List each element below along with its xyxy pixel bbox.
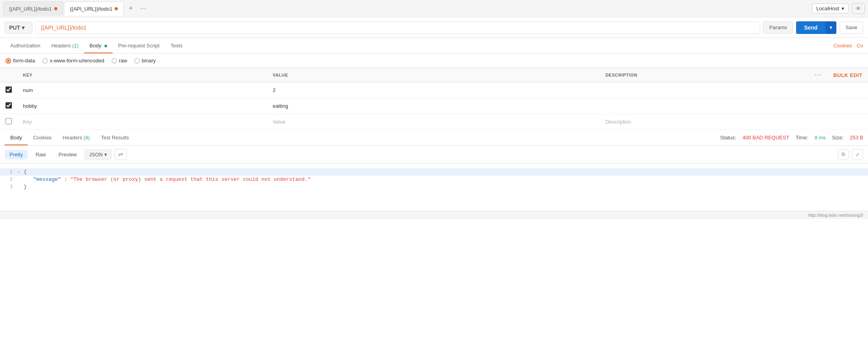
send-dropdown-button[interactable]: ▾ xyxy=(825,21,836,34)
table-row-empty: Key Value Description xyxy=(0,114,868,130)
code-brace-open: { xyxy=(24,169,27,175)
empty-checkbox[interactable] xyxy=(6,118,12,124)
expand-icon: ⤢ xyxy=(855,152,860,158)
formdata-option[interactable]: form-data xyxy=(6,58,35,64)
code-value-message: "The browser (or proxy) sent a request t… xyxy=(70,176,311,182)
binary-option[interactable]: binary xyxy=(134,58,156,64)
add-tab-button[interactable]: + xyxy=(126,3,135,14)
row1-checkbox[interactable] xyxy=(6,86,12,93)
status-value: 400 BAD REQUEST xyxy=(742,135,789,141)
line-num-1: 1 xyxy=(3,169,17,175)
tab-body[interactable]: Body xyxy=(84,39,113,53)
tab-prerequest[interactable]: Pre-request Script xyxy=(113,39,165,53)
copy-button[interactable]: ⧉ xyxy=(838,149,849,159)
env-dropdown[interactable]: LocalHost ▾ xyxy=(812,4,849,13)
resp-tab-headers[interactable]: Headers (4) xyxy=(57,131,96,145)
raw-view-button[interactable]: Raw xyxy=(31,150,51,159)
time-label: Time: xyxy=(796,135,808,141)
tab-tests-label: Tests xyxy=(171,43,183,49)
eye-button[interactable]: 👁 xyxy=(852,3,865,14)
tab-1[interactable]: {{API_URL}}/todo1 xyxy=(3,2,63,16)
params-button[interactable]: Params xyxy=(763,21,793,34)
more-tabs-button[interactable]: ··· xyxy=(138,3,148,14)
form-table: KEY VALUE DESCRIPTION ··· Bulk Edit num xyxy=(0,68,868,130)
tab-tests[interactable]: Tests xyxy=(165,39,188,53)
tab-2[interactable]: {{API_URL}}/todo1 xyxy=(64,2,124,16)
row2-check-cell xyxy=(0,98,17,114)
preview-view-button[interactable]: Preview xyxy=(54,150,81,159)
raw-option[interactable]: raw xyxy=(111,58,127,64)
copy-icon: ⧉ xyxy=(842,151,845,157)
pretty-view-button[interactable]: Pretty xyxy=(5,150,28,159)
resp-tab-test-results[interactable]: Test Results xyxy=(95,131,134,145)
status-label: Status: xyxy=(720,135,736,141)
save-button[interactable]: Save xyxy=(840,21,863,34)
more-icon[interactable]: ··· xyxy=(815,71,822,78)
line-num-2: 2 xyxy=(3,177,17,182)
tab-headers[interactable]: Headers (1) xyxy=(46,39,84,53)
empty-desc-placeholder: Description xyxy=(606,119,631,125)
empty-more-cell xyxy=(809,114,828,130)
empty-check-cell xyxy=(0,114,17,130)
code-content-2: "message" : "The browser (or proxy) sent… xyxy=(33,176,311,182)
send-btn-group: Send ▾ xyxy=(796,21,836,34)
method-select[interactable]: PUT ▾ xyxy=(5,22,32,34)
json-format-label: JSON xyxy=(89,152,103,158)
resp-tab-cookies[interactable]: Cookies xyxy=(28,131,57,145)
url-input[interactable] xyxy=(36,21,760,34)
bulk-edit-button[interactable]: Bulk Edit xyxy=(833,72,862,78)
env-selector: LocalHost ▾ 👁 xyxy=(812,3,865,14)
resp-tab-body-label: Body xyxy=(10,135,22,141)
env-label: LocalHost xyxy=(816,6,839,11)
table-row: hobby eatting xyxy=(0,98,868,114)
resp-tab-headers-count: (4) xyxy=(83,135,90,141)
code-line-1: 1 ▾ { xyxy=(0,168,868,176)
empty-value-cell: Value xyxy=(267,114,600,130)
col-more: ··· xyxy=(809,68,828,83)
row2-checkbox[interactable] xyxy=(6,102,12,109)
tab-1-label: {{API_URL}}/todo1 xyxy=(9,6,52,12)
tab-2-label: {{API_URL}}/todo1 xyxy=(70,6,113,12)
copy-icons: ⧉ ⤢ xyxy=(838,149,863,159)
tab-authorization-label: Authorization xyxy=(10,43,40,49)
row2-desc-cell xyxy=(600,98,809,114)
line-toggle-1[interactable]: ▾ xyxy=(17,169,24,174)
tab-authorization[interactable]: Authorization xyxy=(5,39,46,53)
code-line-3: 3 } xyxy=(0,183,868,191)
empty-desc-cell: Description xyxy=(600,114,809,130)
row2-value: eatting xyxy=(273,103,288,109)
empty-key-placeholder: Key xyxy=(23,119,32,125)
urlencoded-radio xyxy=(42,58,48,64)
row1-check-cell xyxy=(0,83,17,98)
empty-extra xyxy=(828,114,868,130)
size-label: Size: xyxy=(832,135,843,141)
row2-key: hobby xyxy=(23,103,37,109)
json-chevron-icon: ▾ xyxy=(104,152,107,158)
expand-button[interactable]: ⤢ xyxy=(852,149,863,159)
resp-tab-body[interactable]: Body xyxy=(5,131,28,145)
right-tabs: Cookies Co xyxy=(833,43,863,49)
code-line-2: 2 "message" : "The browser (or proxy) se… xyxy=(0,176,868,183)
status-bar: http://blog.ledn.net/rbsning3/ xyxy=(0,211,868,219)
send-button[interactable]: Send xyxy=(796,21,825,34)
method-label: PUT xyxy=(9,24,20,31)
resp-tab-test-results-label: Test Results xyxy=(101,135,129,141)
co-tab[interactable]: Co xyxy=(857,43,863,49)
formdata-label: form-data xyxy=(13,58,35,64)
row1-value: 2 xyxy=(273,87,275,93)
wrap-icon: ⇌ xyxy=(118,151,123,158)
raw-radio xyxy=(111,58,117,64)
binary-label: binary xyxy=(142,58,156,64)
tab-2-dot xyxy=(115,7,118,10)
col-value: VALUE xyxy=(267,68,600,83)
row1-value-cell: 2 xyxy=(267,83,600,98)
row1-extra xyxy=(828,83,868,98)
json-format-dropdown[interactable]: JSON ▾ xyxy=(85,150,111,159)
cookies-tab[interactable]: Cookies xyxy=(833,43,852,49)
urlencoded-option[interactable]: x-www-form-urlencoded xyxy=(42,58,104,64)
line-num-3: 3 xyxy=(3,184,17,190)
resp-meta: Status: 400 BAD REQUEST Time: 8 ms Size:… xyxy=(720,135,863,141)
wrap-button[interactable]: ⇌ xyxy=(115,149,127,160)
row1-key: num xyxy=(23,87,33,93)
tab-actions: + ··· xyxy=(126,3,148,14)
